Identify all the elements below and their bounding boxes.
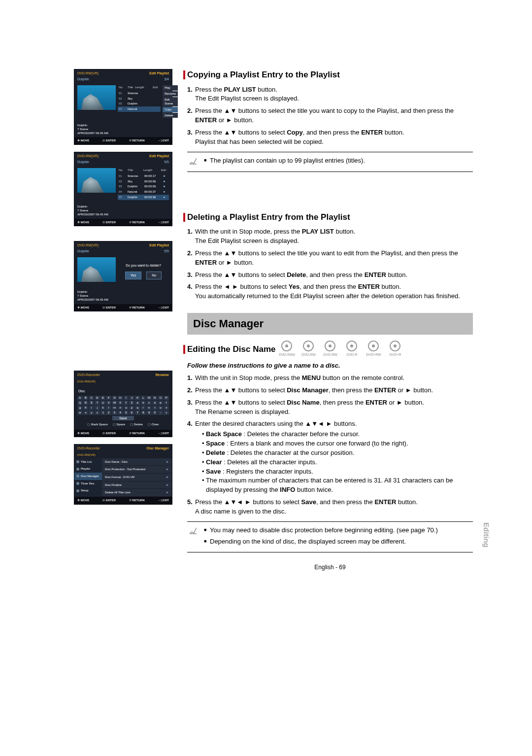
osd-count: 3/4 [164,77,169,82]
note-icon [187,526,199,536]
osd-table: No. Title Length Edit 01Science 02Sky 03… [118,85,161,118]
confirm-message: Do you want to delete? [118,257,169,271]
rename-field-label: Disc [77,388,169,396]
thumbnail-info: Dolphin 7 Scene APR/23/2007 06:43 AM [77,124,108,135]
thumbnail [77,257,116,282]
steps-copy: 1. Press the PLAY LIST button. The Edit … [187,85,473,147]
page-footer: English - 69 [187,563,473,572]
steps-editname: 1. With the unit in Stop mode, press the… [187,374,473,516]
lead-text: Follow these instructions to give a name… [187,361,473,371]
side-tab-editing: Editing [481,522,492,548]
disc-manager-nav[interactable]: Title List Playlist Disc Manager Timer R… [74,458,102,497]
keyboard-save[interactable]: Save [112,416,134,420]
yes-button[interactable]: Yes [125,272,141,279]
osd-context-menu: Play Rename Edit Scene Copy Delete [163,85,178,118]
osd-rename: DVD-Recorder Rename DVD-RW(VR) Disc ABCD… [74,371,172,437]
osd-edit-playlist-copy: DVD-RW(VR) Edit Playlist Dolphin 3/4 Dol… [74,69,172,145]
heading-disc-manager: Disc Manager [187,313,473,335]
osd-edit-playlist-list: DVD-RW(VR) Edit Playlist Dolphin 5/5 Dol… [74,152,172,226]
note-editname: You may need to disable disc protection … [187,521,473,553]
section-title-copy: Copying a Playlist Entry to the Playlist [187,69,340,81]
osd-screen-title: Edit Playlist [149,71,169,76]
osd-table: No. Title Length Edit 01Science00:00:17►… [118,168,169,200]
osd-delete-confirm: DVD-RW(VR) Edit Playlist Dolphin 5/5 Dol… [74,241,172,311]
thumbnail [77,168,116,193]
osd-disc-manager: DVD-Recorder Disc Manager DVD-RW(VR) Tit… [74,444,172,504]
section-marker-icon [183,345,185,354]
section-title-editname: Editing the Disc Name [187,344,275,356]
no-button[interactable]: No [146,272,162,279]
note-copy: The playlist can contain up to 99 playli… [187,152,473,172]
thumbnail [77,85,116,110]
osd-title-name: Dolphin [77,77,89,82]
disc-type-badges: DVD-RAM DVD-RW DVD-RW DVD-R DVD+RW DVD+R [277,341,404,357]
disc-manager-options[interactable]: Disc Name : Disc► Disc Protection : Not … [102,458,172,497]
osd-disc-label: DVD-RW(VR) [77,71,99,76]
section-title-delete: Deleting a Playlist Entry from the Playl… [187,211,350,224]
osd-button-hints: ✥ MOVE ⊙ ENTER ↺ RETURN →] EXIT [74,137,172,144]
section-marker-icon [183,213,185,222]
steps-delete: 1. With the unit in Stop mode, press the… [187,227,473,301]
note-icon [187,156,199,166]
onscreen-keyboard[interactable]: ABCDEFGHIJKLMNOPQRSTUVWXYZabcdefghijklmn… [77,396,169,415]
section-marker-icon [183,70,185,79]
